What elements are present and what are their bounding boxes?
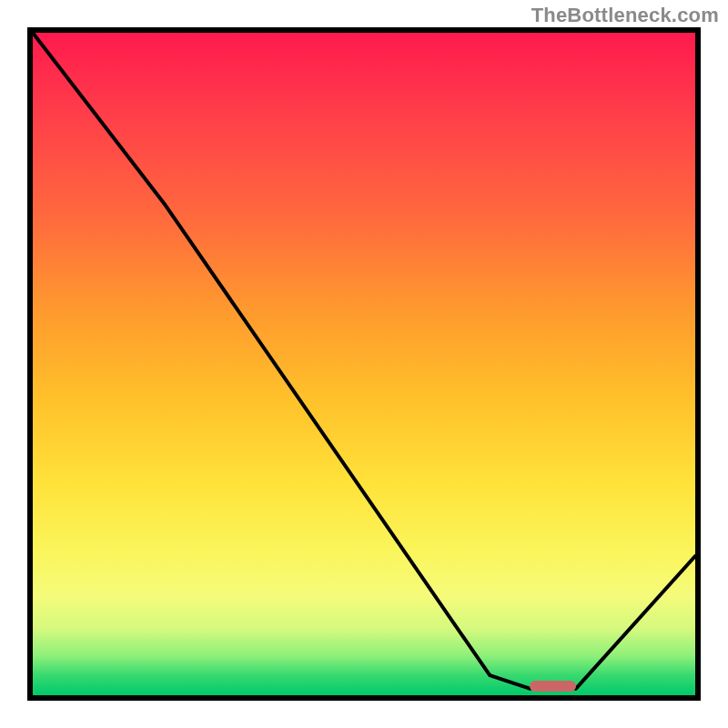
- attribution-watermark: TheBottleneck.com: [531, 4, 719, 27]
- optimal-range-marker: [530, 681, 576, 692]
- chart-stage: TheBottleneck.com: [0, 0, 728, 728]
- bottleneck-curve: [33, 33, 695, 689]
- curve-layer: [33, 33, 695, 695]
- plot-area: [27, 27, 701, 701]
